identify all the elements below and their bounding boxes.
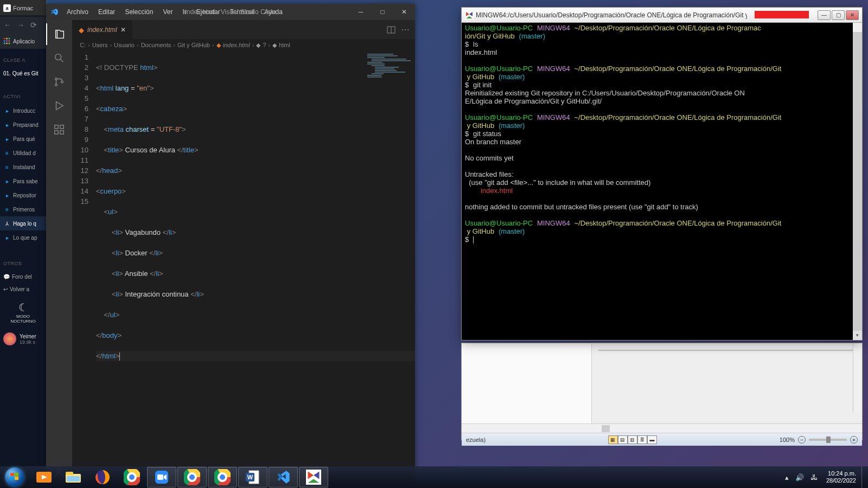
section-otros: OTROS (0, 256, 46, 271)
close-button[interactable]: ✕ (393, 4, 415, 20)
view-web-icon[interactable]: ▥ (628, 435, 637, 444)
user-profile[interactable]: Yeimer 19.9k x (0, 329, 46, 349)
menu-archivo[interactable]: Archivo (62, 6, 93, 18)
browser-tab[interactable]: a Formac (0, 0, 46, 16)
svg-rect-2 (9, 38, 10, 40)
avatar (3, 332, 16, 345)
split-editor-icon[interactable] (387, 25, 395, 34)
tab-index-html[interactable]: ◆ index.html ✕ (72, 20, 132, 39)
lesson-item-repo[interactable]: ▸Repositor (0, 188, 46, 202)
title-redacted-bar (755, 11, 809, 18)
svg-rect-31 (67, 476, 80, 481)
show-desktop-button[interactable] (861, 466, 868, 488)
explorer-icon[interactable] (46, 23, 72, 45)
forum-link[interactable]: 💬Foro del (0, 271, 46, 283)
breadcrumb[interactable]: C:› Users› Usuario› Documents› Git y Git… (72, 39, 415, 51)
maximize-button[interactable]: ▢ (832, 10, 845, 20)
apps-grid-icon[interactable] (3, 37, 11, 45)
svg-line-10 (61, 60, 63, 62)
svg-point-13 (61, 81, 63, 83)
zoom-in-button[interactable]: + (850, 436, 858, 444)
play-icon: ▸ (3, 135, 11, 143)
minimize-button[interactable]: — (818, 10, 831, 20)
zoom-icon[interactable] (147, 467, 176, 487)
menu-editar[interactable]: Editar (94, 6, 119, 18)
chrome-running2-icon[interactable] (208, 467, 237, 487)
lesson-item-paraque[interactable]: ▸Para qué (0, 132, 46, 146)
reload-button[interactable]: ⟳ (28, 20, 39, 30)
maximize-button[interactable]: □ (372, 4, 393, 20)
lesson-item-primeros[interactable]: ≡Primeros (0, 202, 46, 216)
lesson-item-sabe[interactable]: ▸Para sabe (0, 174, 46, 188)
view-read-icon[interactable]: ▤ (618, 435, 628, 444)
word-h-scrollbar[interactable] (462, 423, 862, 433)
git-titlebar[interactable]: MINGW64:/c/Users/Usuario/Desktop/Program… (462, 8, 862, 23)
word-nav-pane[interactable] (462, 343, 592, 423)
zoom-out-button[interactable]: − (798, 436, 806, 444)
course-sidebar: CLASE A 01. Qué es Git ACTIVI ▸Introducc… (0, 49, 46, 484)
terminal-body[interactable]: Usuario@Usuario-PC MINGW64 ~/Desktop/Pro… (462, 23, 862, 340)
close-button[interactable]: ✕ (846, 10, 859, 20)
lesson-item-util[interactable]: ≡Utilidad d (0, 146, 46, 160)
lesson-item-install[interactable]: ≡Instaland (0, 160, 46, 174)
tray-overflow-icon[interactable]: ▴ (782, 473, 792, 481)
svg-rect-6 (4, 43, 5, 44)
firefox-icon[interactable] (88, 467, 117, 487)
back-link[interactable]: ↩Volver a (0, 283, 46, 296)
chrome-icon[interactable] (117, 467, 146, 487)
zoom-level[interactable]: 100% (780, 436, 795, 443)
vscode-titlebar[interactable]: Archivo Editar Selección Ver Ir Ejecutar… (46, 4, 415, 20)
source-control-icon[interactable] (46, 71, 72, 93)
search-icon[interactable] (46, 47, 72, 69)
lesson-item-intro[interactable]: ▸Introducc (0, 104, 46, 118)
current-lesson[interactable]: 01. Qué es Git (0, 67, 46, 80)
zoom-slider[interactable] (809, 439, 847, 441)
debug-icon[interactable] (46, 95, 72, 117)
volume-icon[interactable]: 🔊 (792, 473, 807, 481)
forward-button[interactable]: → (15, 20, 26, 30)
clock[interactable]: 10:24 p.m. 28/02/2022 (821, 470, 861, 484)
minimize-button[interactable]: ─ (350, 4, 372, 20)
view-print-layout-icon[interactable]: ▦ (608, 435, 618, 444)
html-file-icon: ◆ (79, 26, 84, 34)
code-editor[interactable]: 123456789101112131415 <! DOCTYPE html> <… (72, 51, 415, 484)
media-player-icon[interactable] (29, 467, 59, 487)
night-mode-toggle[interactable]: ☾ MODO NOCTURNO (0, 296, 46, 329)
lesson-item-loque[interactable]: ▸Lo que ap (0, 230, 46, 245)
file-explorer-icon[interactable] (59, 467, 88, 487)
section-activity: ACTIVI (0, 89, 46, 104)
minimap[interactable] (367, 53, 411, 75)
vscode-taskbar-icon[interactable] (269, 467, 298, 487)
user-name: Yeimer (20, 333, 36, 339)
chrome-running-icon[interactable] (177, 467, 207, 487)
lesson-item-haga[interactable]: ⅄Haga lo q (0, 216, 46, 230)
chat-icon: 💬 (3, 274, 10, 280)
word-icon[interactable]: W (238, 467, 267, 487)
terminal-scrollbar[interactable]: ▴ ▾ (853, 23, 862, 340)
line-numbers: 123456789101112131415 (72, 51, 96, 484)
scroll-down-button[interactable]: ▾ (853, 331, 862, 340)
view-draft-icon[interactable]: ▬ (647, 435, 657, 444)
more-actions-icon[interactable]: ⋯ (401, 24, 410, 35)
menu-ver[interactable]: Ver (158, 6, 177, 18)
back-button[interactable]: ← (2, 20, 13, 30)
code-content[interactable]: <! DOCTYPE html> <html lang = "en"> <cab… (96, 51, 415, 484)
word-language[interactable]: ezuela) (466, 436, 486, 443)
menu-seleccion[interactable]: Selección (120, 6, 157, 18)
extensions-icon[interactable] (46, 119, 72, 140)
view-outline-icon[interactable]: ≣ (637, 435, 647, 444)
word-body (462, 343, 862, 423)
bookmarks-bar: Aplicacio (0, 34, 46, 49)
word-page[interactable] (598, 350, 856, 351)
start-button[interactable] (0, 466, 29, 488)
scroll-thumb[interactable] (853, 32, 862, 331)
network-icon[interactable]: 🖧 (807, 473, 821, 481)
browser-nav: ← → ⟳ (0, 16, 46, 34)
svg-rect-0 (4, 38, 5, 40)
close-tab-icon[interactable]: ✕ (120, 26, 126, 34)
word-v-scrollbar[interactable] (853, 343, 862, 413)
git-bash-taskbar-icon[interactable] (299, 467, 328, 487)
browser-window: a Formac ← → ⟳ Aplicacio CLASE A 01. Qué… (0, 0, 46, 484)
lesson-item-prep[interactable]: ▸Preparand (0, 118, 46, 132)
apps-label[interactable]: Aplicacio (13, 38, 35, 44)
